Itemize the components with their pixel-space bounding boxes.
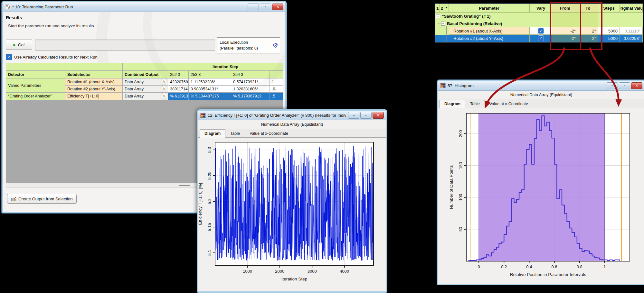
subdetector-cell[interactable]: Rotation #2 (about Y'-Axis)...: [65, 86, 123, 93]
efficiency-chart: 10002000300040005.15.155.25.255.3Iterati…: [198, 138, 383, 290]
vary-checkbox[interactable]: ✓: [538, 35, 544, 41]
minimize-button[interactable]: –: [348, 112, 359, 119]
from-cell[interactable]: -2°: [552, 27, 578, 35]
value-cell[interactable]: 1: [270, 78, 283, 86]
subdetector-cell[interactable]: Efficiency T[+1; 0]: [65, 93, 123, 100]
desktop-background: * 10: Tolerancing Parameter Run – ▫ ✕ Re…: [0, 0, 644, 293]
svg-text:Efficiency T[+1; 0] [%]: Efficiency T[+1; 0] [%]: [198, 183, 203, 225]
execution-iterations-label: (Parallel Iterations: 8): [220, 45, 272, 51]
tab-table[interactable]: Table: [465, 100, 485, 108]
tab-diagram[interactable]: Diagram: [440, 100, 465, 108]
play-icon: ▶: [13, 43, 16, 47]
tab-value-at-x-coordinate[interactable]: Value at x-Coordinate: [245, 129, 293, 138]
maximize-button[interactable]: ▫: [360, 112, 372, 119]
param-row[interactable]: Rotation #1 (about X-Axis)✓-2°2°50000.11…: [435, 27, 643, 35]
go-button[interactable]: ▶ Go!: [6, 40, 32, 50]
value-cell[interactable]: 5.134487275 %: [189, 93, 231, 100]
steps-cell[interactable]: 5000: [598, 35, 620, 42]
tree-collapse-toggle[interactable]: −: [441, 22, 445, 26]
maximize-button[interactable]: ▫: [619, 82, 630, 89]
tab-value-at-x-coordinate[interactable]: Value at x-Coordinate: [485, 100, 533, 108]
edit-pencil-button[interactable]: ✎: [162, 86, 166, 92]
vary-checkbox[interactable]: ✓: [538, 28, 544, 34]
histogram-diagram-area: 00.20.40.60.8150100150200Relative Positi…: [438, 108, 644, 284]
svg-text:150: 150: [458, 162, 463, 169]
use-results-checkbox[interactable]: ✓: [6, 54, 12, 60]
value-cell[interactable]: -0.: [270, 86, 283, 93]
efficiency-window: 12: Efficiency T[+1; 0] of “Grating Orde…: [197, 109, 387, 293]
param-header-1: 1: [435, 4, 440, 13]
from-cell[interactable]: -2°: [552, 35, 578, 42]
histogram-titlebar[interactable]: 57: Histogram – ▫ ✕: [438, 81, 644, 91]
svg-text:0.8: 0.8: [577, 264, 582, 269]
minimize-button[interactable]: –: [607, 82, 618, 89]
iteration-column-header: 3 254: [231, 71, 270, 78]
maximize-button[interactable]: ▫: [260, 4, 271, 10]
tolerancing-window-title: * 10: Tolerancing Parameter Run: [12, 5, 246, 9]
svg-text:0: 0: [478, 264, 480, 269]
column-header-detector: Detector: [6, 71, 65, 78]
subdetector-cell[interactable]: Rotation #1 (about X-Axis)...: [65, 78, 123, 86]
create-output-label: Create Output from Selection: [18, 197, 72, 201]
detector-cell[interactable]: “Grating Order Analyzer”: [6, 93, 65, 100]
svg-text:0.4: 0.4: [526, 264, 532, 269]
param-header-2: 2: [440, 4, 444, 13]
tolerancing-titlebar[interactable]: * 10: Tolerancing Parameter Run – ▫ ✕: [3, 2, 285, 12]
histogram-chart: 00.20.40.60.8150100150200Relative Positi…: [438, 108, 642, 281]
from-to-column-tint: [552, 13, 578, 20]
histogram-window-title: 57: Histogram: [448, 83, 605, 88]
tab-table[interactable]: Table: [225, 129, 245, 138]
minimize-button[interactable]: –: [248, 4, 259, 10]
detector-cell[interactable]: Varied Parameters: [6, 78, 65, 93]
param-name-cell[interactable]: Rotation #1 (about X-Axis): [449, 27, 530, 35]
value-cell[interactable]: 1.320381606°: [231, 86, 270, 93]
value-cell[interactable]: 38911714°: [168, 86, 189, 93]
svg-text:Number of Data Points: Number of Data Points: [449, 165, 454, 209]
combined-output-cell[interactable]: Data Array: [123, 86, 160, 93]
tree-collapse-toggle[interactable]: −: [436, 14, 440, 18]
histogram-subtitle: Numerical Data Array (Equidistant): [510, 93, 572, 97]
to-cell[interactable]: 2°: [578, 27, 598, 35]
svg-text:4000: 4000: [340, 269, 349, 274]
param-group-row[interactable]: −“Sawtooth Grating” (# 1): [435, 13, 643, 20]
param-group-row[interactable]: −Basal Positioning (Relative): [435, 20, 643, 28]
efficiency-subtitle-bar: Numerical Data Array (Equidistant): [198, 120, 386, 129]
param-header-original-value: Original Value: [620, 4, 643, 13]
tab-diagram[interactable]: Diagram: [200, 129, 225, 138]
svg-text:5.1: 5.1: [207, 250, 212, 256]
close-button[interactable]: ✕: [272, 4, 283, 10]
vary-cell[interactable]: ✓: [530, 27, 552, 35]
data-array-checker-icon: [440, 83, 446, 88]
svg-text:Iteration Step: Iteration Step: [281, 277, 307, 281]
close-button[interactable]: ✕: [373, 112, 384, 119]
param-header-to: To: [578, 4, 598, 13]
combined-output-cell[interactable]: Data Array: [123, 78, 160, 86]
scrollbar-thumb[interactable]: [179, 185, 190, 186]
value-cell[interactable]: 5.179367913 %: [231, 93, 270, 100]
value-cell[interactable]: 613913 %: [168, 93, 189, 100]
steps-cell[interactable]: 5000: [598, 27, 620, 35]
iteration-column-header: [270, 71, 283, 78]
to-cell[interactable]: 2°: [578, 35, 598, 42]
edit-pencil-button[interactable]: ✎: [162, 93, 166, 99]
progress-bar: [35, 40, 215, 50]
combined-output-cell[interactable]: Data Array: [123, 93, 160, 100]
value-cell[interactable]: 42320768°: [168, 78, 189, 86]
vary-cell[interactable]: ✓: [530, 35, 552, 42]
tree-line: [438, 18, 438, 23]
close-button[interactable]: ✕: [631, 82, 642, 89]
value-cell[interactable]: 1.112532286°: [189, 78, 231, 86]
param-header-from: From: [552, 4, 578, 13]
gear-icon[interactable]: ⚙: [272, 42, 278, 49]
param-name-cell[interactable]: Rotation #2 (about Y'-Axis): [449, 35, 530, 42]
value-cell[interactable]: -0.574170921°: [231, 78, 270, 86]
edit-pencil-button[interactable]: ✎: [162, 79, 166, 85]
efficiency-titlebar[interactable]: 12: Efficiency T[+1; 0] of “Grating Orde…: [198, 111, 386, 120]
value-cell[interactable]: 0.9880534131°: [189, 86, 231, 93]
create-output-button[interactable]: Create Output from Selection: [7, 194, 77, 204]
table-with-red-arrow-icon: [11, 197, 16, 201]
column-header-subdetector: Subdetector: [65, 71, 123, 78]
go-button-label: Go!: [18, 42, 25, 47]
param-row[interactable]: Rotation #2 (about Y'-Axis)✓-2°2°50000.0…: [435, 35, 643, 42]
value-cell[interactable]: 5.: [270, 93, 283, 100]
